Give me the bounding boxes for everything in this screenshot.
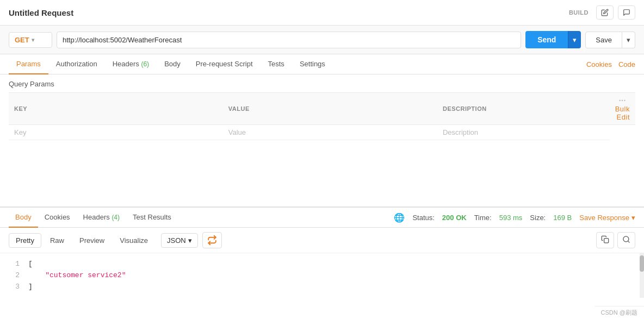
cookies-link[interactable]: Cookies xyxy=(586,60,612,68)
save-response-chevron-icon: ▾ xyxy=(631,214,635,222)
query-params-section: Query Params KEY VALUE DESCRIPTION ··· B… xyxy=(0,74,644,140)
code-line-2: "cutsomer service2" xyxy=(28,270,635,282)
status-value: 200 OK xyxy=(442,214,467,222)
bulk-edit-button[interactable]: Bulk Edit xyxy=(615,105,630,121)
more-options-icon[interactable]: ··· xyxy=(619,96,626,105)
value-cell[interactable]: Value xyxy=(223,125,437,140)
desc-cell[interactable]: Description xyxy=(437,125,610,140)
format-type-chevron-icon: ▾ xyxy=(188,236,192,245)
response-tab-test-results[interactable]: Test Results xyxy=(126,208,178,228)
svg-line-2 xyxy=(628,241,629,242)
tab-params[interactable]: Params xyxy=(9,54,48,74)
code-content: [ "cutsomer service2" ] xyxy=(28,259,635,292)
copy-button[interactable] xyxy=(596,232,614,248)
edit-icon xyxy=(601,9,609,16)
table-row: Key Value Description xyxy=(9,125,635,140)
format-type-select[interactable]: JSON ▾ xyxy=(161,233,198,248)
globe-icon: 🌐 xyxy=(394,212,405,223)
tab-body[interactable]: Body xyxy=(157,54,188,74)
response-headers-badge: (4) xyxy=(112,214,120,221)
response-tab-cookies[interactable]: Cookies xyxy=(38,208,77,228)
copy-icon xyxy=(601,235,609,243)
save-dropdown-button[interactable]: ▾ xyxy=(622,32,635,48)
send-button[interactable]: Send xyxy=(525,31,568,48)
key-cell[interactable]: Key xyxy=(9,125,223,140)
send-dropdown-button[interactable]: ▾ xyxy=(568,31,581,48)
string-value: "cutsomer service2" xyxy=(45,271,126,279)
size-value: 169 B xyxy=(553,214,572,222)
save-btn-group: Save ▾ xyxy=(585,32,635,48)
wrap-icon xyxy=(207,235,217,245)
line-number-2: 2 xyxy=(9,270,20,282)
url-bar: GET ▾ Send ▾ Save ▾ xyxy=(0,26,644,54)
comment-icon xyxy=(623,9,630,16)
params-table: KEY VALUE DESCRIPTION ··· Bulk Edit Key xyxy=(9,92,635,140)
col-desc-header: DESCRIPTION xyxy=(437,93,610,125)
format-preview-button[interactable]: Preview xyxy=(73,234,111,247)
method-select[interactable]: GET ▾ xyxy=(9,32,52,48)
scrollbar-thumb[interactable] xyxy=(640,255,644,272)
headers-badge: (6) xyxy=(141,60,149,68)
url-input[interactable] xyxy=(57,32,521,48)
response-section: Body Cookies Headers (4) Test Results 🌐 … xyxy=(0,207,644,319)
response-tab-body[interactable]: Body xyxy=(9,208,38,228)
code-area: 1 2 3 [ "cutsomer service2" ] xyxy=(0,253,644,298)
send-dropdown-icon: ▾ xyxy=(573,36,577,44)
col-value-header: VALUE xyxy=(223,93,437,125)
line-number-1: 1 xyxy=(9,259,20,270)
tab-tests[interactable]: Tests xyxy=(261,54,292,74)
top-bar: Untitled Request BUILD xyxy=(0,0,644,26)
footer-text: CSDN @刷题 xyxy=(601,309,637,316)
send-btn-group: Send ▾ xyxy=(525,31,581,48)
page-title: Untitled Request xyxy=(9,8,73,17)
col-key-header: KEY xyxy=(9,93,223,125)
format-raw-button[interactable]: Raw xyxy=(44,234,71,247)
tabs-bar: Params Authorization Headers (6) Body Pr… xyxy=(0,54,644,74)
save-response-button[interactable]: Save Response ▾ xyxy=(579,214,635,222)
response-status-bar: 🌐 Status: 200 OK Time: 593 ms Size: 169 … xyxy=(394,212,635,223)
code-line-3: ] xyxy=(28,282,635,293)
comment-button[interactable] xyxy=(618,5,635,20)
svg-rect-0 xyxy=(604,239,609,243)
tab-settings[interactable]: Settings xyxy=(292,54,333,74)
time-value: 593 ms xyxy=(499,214,523,222)
format-visualize-button[interactable]: Visualize xyxy=(113,234,154,247)
tab-headers[interactable]: Headers (6) xyxy=(105,54,157,74)
footer-bar: CSDN @刷题 xyxy=(595,306,644,319)
code-line-1: [ xyxy=(28,259,635,270)
time-label: Time: xyxy=(474,214,492,222)
save-button[interactable]: Save xyxy=(585,32,622,48)
wrap-button[interactable] xyxy=(202,232,222,248)
response-tabs-bar: Body Cookies Headers (4) Test Results 🌐 … xyxy=(0,208,644,228)
col-actions-header: ··· Bulk Edit xyxy=(610,93,635,125)
scrollbar[interactable] xyxy=(640,253,644,298)
code-link[interactable]: Code xyxy=(618,60,635,68)
build-label: BUILD xyxy=(569,9,589,16)
format-bar-right xyxy=(596,232,635,248)
tab-pre-request-script[interactable]: Pre-request Script xyxy=(188,54,261,74)
method-chevron-icon: ▾ xyxy=(32,37,34,43)
tab-authorization[interactable]: Authorization xyxy=(48,54,105,74)
size-label: Size: xyxy=(530,214,546,222)
status-label: Status: xyxy=(412,214,434,222)
format-pretty-button[interactable]: Pretty xyxy=(9,233,41,248)
query-params-title: Query Params xyxy=(9,80,635,88)
tabs-right: Cookies Code xyxy=(586,60,635,68)
line-number-3: 3 xyxy=(9,282,20,293)
response-tab-headers[interactable]: Headers (4) xyxy=(77,208,126,228)
top-bar-actions: BUILD xyxy=(569,5,635,20)
search-button[interactable] xyxy=(617,232,635,248)
edit-button[interactable] xyxy=(596,5,614,20)
save-dropdown-icon: ▾ xyxy=(627,36,630,44)
search-icon xyxy=(622,235,630,243)
format-bar: Pretty Raw Preview Visualize JSON ▾ xyxy=(0,228,644,253)
line-numbers: 1 2 3 xyxy=(9,259,20,292)
method-value: GET xyxy=(15,36,29,44)
